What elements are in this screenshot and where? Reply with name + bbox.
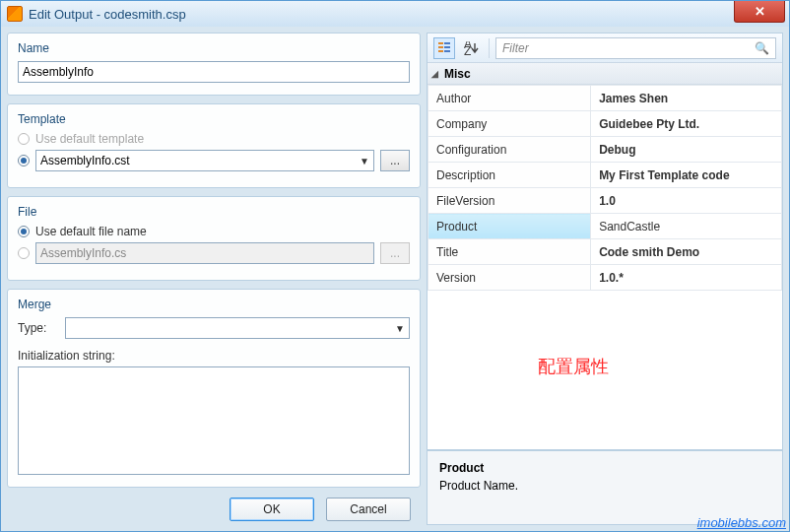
property-value[interactable]: SandCastle [591, 214, 782, 239]
category-header[interactable]: ◢ Misc [428, 63, 782, 85]
dialog-body: Name Template Use default template Assem… [1, 27, 789, 531]
merge-init-label: Initialization string: [18, 349, 410, 363]
template-custom-radio[interactable] [18, 155, 30, 166]
file-custom-radio [18, 247, 30, 259]
close-button[interactable]: ✕ [734, 1, 785, 23]
file-default-label: Use default file name [35, 225, 147, 238]
name-group: Name [7, 33, 421, 96]
app-icon [7, 6, 23, 22]
svg-rect-1 [444, 42, 450, 44]
property-row[interactable]: AuthorJames Shen [428, 86, 782, 111]
dialog-window: Edit Output - codesmith.csp ✕ Name Templ… [0, 0, 790, 532]
property-key: Author [428, 86, 591, 111]
property-key: Configuration [428, 137, 591, 163]
property-toolbar: AZ Filter 🔍 [428, 33, 782, 63]
collapse-icon: ◢ [431, 69, 438, 79]
property-key: Title [428, 239, 591, 265]
chevron-down-icon: ▼ [395, 323, 405, 334]
name-input[interactable] [18, 61, 410, 83]
search-icon: 🔍 [755, 41, 769, 55]
property-value[interactable]: Code smith Demo [591, 239, 782, 265]
template-group: Template Use default template AssemblyIn… [7, 103, 421, 188]
merge-type-label: Type: [18, 321, 59, 335]
categorized-view-button[interactable] [433, 37, 455, 59]
property-row[interactable]: Version1.0.* [428, 265, 782, 291]
svg-rect-2 [438, 46, 443, 48]
property-key: Version [428, 265, 591, 291]
svg-rect-0 [438, 42, 443, 44]
dialog-buttons: OK Cancel [7, 496, 421, 525]
file-group: File Use default file name ... [7, 196, 421, 281]
svg-text:Z: Z [464, 44, 471, 55]
help-title: Product [439, 461, 770, 475]
property-value[interactable]: James Shen [591, 86, 782, 111]
property-key: Company [428, 111, 591, 137]
close-icon: ✕ [755, 4, 765, 19]
ok-button[interactable]: OK [230, 498, 314, 521]
category-name: Misc [444, 67, 471, 81]
merge-type-combo[interactable]: ▼ [65, 317, 410, 339]
property-row[interactable]: ProductSandCastle [428, 214, 782, 239]
property-key: FileVersion [428, 188, 591, 214]
property-row[interactable]: FileVersion1.0 [428, 188, 782, 214]
alphabetical-view-button[interactable]: AZ [461, 37, 483, 59]
property-row[interactable]: ConfigurationDebug [428, 137, 782, 163]
property-row[interactable]: DescriptionMy First Template code [428, 163, 782, 188]
template-default-label: Use default template [35, 132, 144, 146]
merge-group: Merge Type: ▼ Initialization string: [7, 289, 421, 488]
help-description: Product Name. [439, 479, 770, 493]
template-default-radio [18, 133, 30, 145]
template-combo[interactable]: AssemblyInfo.cst ▼ [35, 150, 374, 171]
file-default-radio[interactable] [18, 226, 30, 237]
template-browse-button[interactable]: ... [380, 150, 410, 171]
template-value: AssemblyInfo.cst [40, 154, 130, 167]
property-value[interactable]: Guidebee Pty Ltd. [591, 111, 782, 137]
property-value[interactable]: Debug [591, 137, 782, 163]
svg-rect-3 [444, 46, 450, 48]
property-value[interactable]: My First Template code [591, 163, 782, 188]
window-title: Edit Output - codesmith.csp [29, 7, 186, 22]
chevron-down-icon: ▼ [360, 156, 369, 166]
svg-rect-4 [438, 50, 443, 52]
file-browse-button: ... [380, 242, 410, 264]
property-row[interactable]: CompanyGuidebee Pty Ltd. [428, 111, 782, 137]
property-body: ◢ Misc AuthorJames ShenCompanyGuidebee P… [428, 63, 782, 449]
titlebar[interactable]: Edit Output - codesmith.csp ✕ [1, 1, 789, 27]
file-label: File [18, 205, 410, 219]
template-label: Template [18, 112, 410, 126]
name-label: Name [18, 41, 410, 55]
merge-init-textarea[interactable] [18, 366, 410, 475]
property-value[interactable]: 1.0.* [591, 265, 782, 291]
cancel-button[interactable]: Cancel [326, 498, 411, 521]
svg-rect-5 [444, 50, 450, 52]
property-value[interactable]: 1.0 [591, 188, 782, 214]
property-key: Description [428, 163, 591, 188]
help-pane: Product Product Name. [428, 449, 782, 524]
left-pane: Name Template Use default template Assem… [7, 33, 421, 525]
file-input [35, 242, 374, 264]
filter-input[interactable]: Filter 🔍 [495, 37, 776, 59]
property-row[interactable]: TitleCode smith Demo [428, 239, 782, 265]
merge-label: Merge [18, 298, 410, 311]
toolbar-separator [489, 38, 490, 58]
filter-placeholder: Filter [502, 41, 529, 55]
watermark: imobilebbs.com [697, 515, 786, 530]
property-key: Product [428, 214, 591, 239]
property-grid-pane: AZ Filter 🔍 ◢ Misc AuthorJames ShenCompa… [427, 33, 783, 525]
annotation-overlay: 配置属性 [538, 355, 609, 378]
property-table: AuthorJames ShenCompanyGuidebee Pty Ltd.… [428, 85, 782, 291]
